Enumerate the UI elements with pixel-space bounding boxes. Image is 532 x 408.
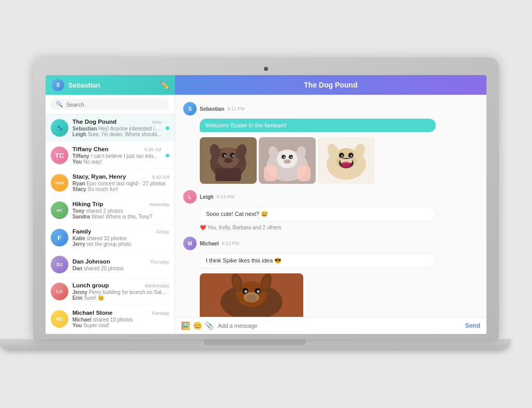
svg-point-16: [284, 159, 291, 164]
chat-input-bar: 🖼️ 😊 📎 Send: [175, 317, 486, 334]
conv-item-dan-johnson[interactable]: DJ Dan Johnson Thursday Dan shared 20 ph…: [46, 252, 174, 278]
user-name: Sebastian: [68, 81, 160, 89]
svg-point-9: [224, 155, 226, 157]
conv-preview: Ryan Epic concert last night! · 27 photo…: [72, 181, 169, 186]
conv-name: The Dog Pound: [72, 119, 116, 125]
conv-preview: Katie shared 32 photos: [72, 236, 169, 241]
conv-preview: Tiffany I can't believe I just ran into.…: [72, 153, 161, 159]
conv-preview: Dan shared 20 photos: [72, 266, 169, 271]
svg-rect-19: [264, 166, 277, 181]
svg-point-22: [291, 157, 292, 158]
conv-preview2: Erin Sure! 😊: [72, 295, 169, 301]
conv-avatar-family: F: [51, 229, 68, 246]
conv-time: 9:38 AM: [144, 147, 161, 152]
dog-image-3: [318, 137, 375, 184]
svg-point-45: [245, 290, 247, 293]
messages-container: S Sebastian 6:11 PM Welcome Buster to th…: [175, 95, 486, 317]
laptop-screen: S Sebastian ✏️ The Dog Pound: [46, 75, 486, 334]
msg-bubble-welcome: Welcome Buster to the fambam!: [200, 119, 436, 132]
conv-avatar-the-dog-pound: 🐾: [51, 119, 68, 137]
message-group-leigh: L Leigh 6:13 PM Sooo cute! Cat next? 😅 ❤…: [183, 190, 478, 230]
chat-title: The Dog Pound: [304, 81, 357, 89]
svg-point-10: [232, 155, 234, 157]
conv-preview: Sebastian Hey! Anyone interested in...: [72, 126, 161, 132]
msg-images: [200, 137, 478, 184]
conversation-list: 🐾 The Dog Pound Now Sebastian Hey! Anyon…: [46, 114, 174, 334]
conv-time: Yesterday: [149, 202, 169, 207]
conv-preview2: Jerry set the group photo: [72, 241, 169, 247]
conv-time: Now: [152, 120, 161, 125]
conv-item-tiffany-chen[interactable]: TC Tiffany Chen 9:38 AM Tiffany I can't …: [46, 142, 174, 169]
conv-name: Tiffany Chen: [72, 146, 108, 152]
search-icon: 🔍: [56, 101, 63, 108]
msg-time: 6:13 PM: [217, 194, 234, 199]
svg-point-47: [244, 292, 259, 302]
conv-item-michael-stone[interactable]: MS Michael Stone Tuesday Michael shared …: [46, 305, 174, 333]
conv-avatar-hiking-trip: HT: [51, 201, 68, 219]
dog-image-2: [259, 137, 316, 184]
conv-preview2: Leigh Sure, I'm down. Where should...: [72, 132, 161, 137]
conv-preview: Michael shared 10 photos: [72, 317, 169, 323]
conv-avatar-stacy-ryan-henry: SRH: [51, 174, 68, 192]
conv-preview2: You No way!: [72, 159, 161, 165]
laptop-base: [0, 339, 511, 351]
laptop-camera: [264, 67, 268, 71]
msg-author: Sebastian: [200, 106, 224, 112]
message-input[interactable]: [218, 323, 461, 329]
conv-item-stacy-ryan-henry[interactable]: SRH Stacy, Ryan, Henry 6:42 AM Ryan Epic…: [46, 169, 174, 197]
emoji-icon[interactable]: 😊: [193, 322, 202, 330]
msg-author: Michael: [200, 241, 219, 246]
msg-bubble-leigh: Sooo cute! Cat next? 😅: [200, 207, 436, 222]
message-group-michael: M Michael 6:13 PM I think Spike likes th…: [183, 237, 478, 317]
msg-avatar-michael: M: [183, 237, 197, 250]
conv-unread-dot: [166, 154, 169, 157]
conv-preview2: You Super cool!: [72, 323, 169, 328]
search-bar: 🔍: [46, 95, 174, 114]
conv-name: Family: [72, 228, 91, 235]
conv-name: Dan Johnson: [72, 258, 110, 265]
conv-unread-dot: [166, 126, 169, 130]
svg-point-34: [350, 155, 352, 157]
send-button[interactable]: Send: [465, 322, 480, 329]
chat-area: S Sebastian 6:11 PM Welcome Buster to th…: [175, 95, 486, 334]
conv-name: Hiking Trip: [72, 201, 103, 207]
msg-avatar-sebastian: S: [183, 102, 197, 115]
msg-reactions: ❤️ You, Kelly, Barbara and 2 others: [200, 225, 478, 230]
svg-point-5: [224, 158, 232, 163]
app-body: 🔍 🐾 The Dog Pound: [46, 95, 486, 334]
conv-time: Tuesday: [152, 311, 169, 316]
conv-item-the-dog-pound[interactable]: 🐾 The Dog Pound Now Sebastian Hey! Anyon…: [46, 114, 174, 142]
edit-icon[interactable]: ✏️: [160, 81, 169, 89]
conv-preview: Jenny Perry building for brunch on Satur…: [72, 289, 169, 295]
laptop-base-notch: [203, 339, 306, 345]
message-group-sebastian: S Sebastian 6:11 PM Welcome Buster to th…: [183, 102, 478, 184]
image-icon[interactable]: 🖼️: [181, 322, 190, 330]
sidebar-header: S Sebastian ✏️: [46, 75, 175, 95]
conv-item-lunch-group[interactable]: LG Lunch group Wednesday Jenny Perry bui…: [46, 278, 174, 305]
attachment-icon[interactable]: 📎: [205, 322, 214, 330]
conv-time: 6:42 AM: [152, 174, 169, 180]
input-icons: 🖼️ 😊 📎: [181, 322, 214, 330]
conv-preview: Tony shared 2 photos: [72, 208, 169, 214]
conv-name: Stacy, Ryan, Henry: [72, 173, 126, 180]
laptop-screen-outer: S Sebastian ✏️ The Dog Pound: [33, 57, 499, 339]
search-input[interactable]: [66, 101, 164, 108]
conv-time: Friday: [156, 229, 169, 235]
conv-avatar-dan-johnson: DJ: [51, 256, 68, 273]
msg-time: 6:13 PM: [222, 241, 240, 246]
conv-name: Lunch group: [72, 282, 109, 288]
msg-avatar-leigh: L: [183, 190, 197, 203]
conv-avatar-michael-stone: MS: [51, 310, 68, 328]
user-avatar: S: [52, 79, 64, 91]
conv-avatar-lunch-group: LG: [51, 283, 68, 300]
conv-name: Michael Stone: [72, 310, 112, 316]
dog-image-spike: [200, 273, 303, 317]
conv-item-hiking-trip[interactable]: HT Hiking Trip Yesterday Tony shared 2 p…: [46, 197, 174, 224]
conv-item-maria-michael[interactable]: MM Maria, Michael Monday Maria What are …: [46, 333, 174, 334]
svg-point-21: [284, 157, 285, 158]
msg-bubble-michael: I think Spike likes this idea 😎: [200, 253, 436, 268]
svg-rect-8: [215, 168, 241, 181]
search-input-wrapper[interactable]: 🔍: [51, 99, 169, 110]
conv-item-family[interactable]: F Family Friday Katie shared 32 photos J…: [46, 224, 174, 252]
svg-point-33: [341, 155, 343, 157]
